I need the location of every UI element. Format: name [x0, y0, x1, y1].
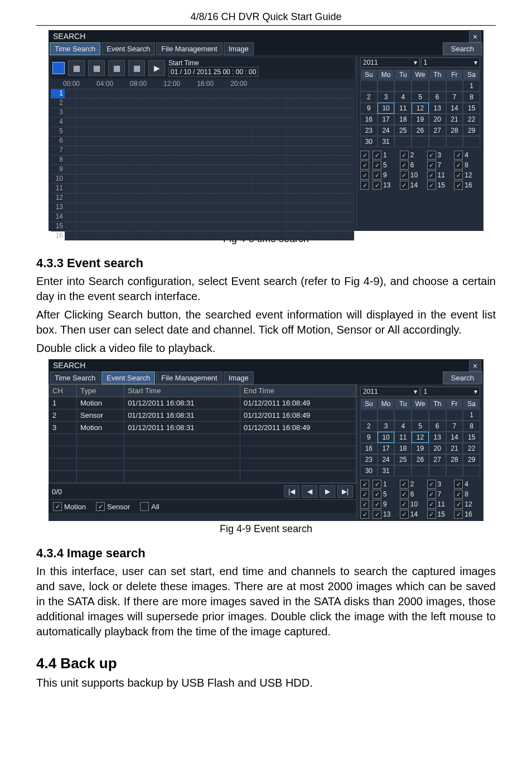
- year-select[interactable]: 2011▾: [360, 57, 420, 67]
- channel-all-checkbox[interactable]: [360, 151, 369, 160]
- col-end-time[interactable]: End Time: [240, 385, 356, 397]
- col-start-time[interactable]: Start Time: [124, 385, 240, 397]
- grid4-icon[interactable]: ▦: [68, 60, 85, 76]
- channel-all-checkbox[interactable]: [360, 480, 369, 489]
- tab-time-search[interactable]: Time Search: [50, 371, 100, 384]
- channel-checkbox[interactable]: [373, 161, 381, 170]
- channel-checkbox[interactable]: [454, 490, 463, 499]
- pager-prev-button[interactable]: ◀: [302, 485, 317, 498]
- calendar[interactable]: 1 2345678 9101112131415 16171819202122 2…: [360, 80, 480, 147]
- channel-checkbox[interactable]: [454, 181, 463, 190]
- row-num[interactable]: 9: [51, 165, 65, 174]
- channel-all-checkbox[interactable]: [360, 161, 369, 170]
- timeline-grid: 1 2 3 4 5 6 7 8 9 10 11 12 13 14 15 16: [51, 89, 354, 240]
- close-icon[interactable]: ×: [469, 31, 481, 42]
- row-num[interactable]: 4: [51, 118, 65, 127]
- channel-all-checkbox[interactable]: [360, 500, 369, 509]
- section-4-3-4-p: In this interface, user can set start, e…: [36, 564, 496, 639]
- channel-checkbox[interactable]: [400, 161, 409, 170]
- channel-checkbox[interactable]: [400, 480, 409, 489]
- channel-checkbox[interactable]: [427, 510, 436, 519]
- row-num[interactable]: 12: [51, 194, 65, 202]
- channel-checkbox[interactable]: [427, 151, 436, 160]
- close-icon[interactable]: ×: [469, 360, 481, 371]
- col-type[interactable]: Type: [76, 385, 124, 397]
- row-num[interactable]: 8: [51, 156, 65, 165]
- tab-image[interactable]: Image: [224, 371, 254, 384]
- tab-event-search[interactable]: Event Search: [101, 42, 155, 55]
- motion-checkbox[interactable]: [53, 502, 62, 511]
- pager-last-button[interactable]: ▶|: [337, 485, 353, 498]
- col-ch[interactable]: CH: [49, 385, 77, 397]
- time-search-window: SEARCH × Time Search Event Search File M…: [49, 30, 483, 231]
- channel-checkbox[interactable]: [427, 181, 436, 190]
- channel-all-checkbox[interactable]: [360, 181, 369, 190]
- channel-checkbox[interactable]: [400, 500, 409, 509]
- channel-checkbox[interactable]: [373, 171, 381, 180]
- calendar[interactable]: 1 2345678 9101112131415 16171819202122 2…: [360, 409, 480, 476]
- table-row[interactable]: 1 Motion 01/12/2011 16:08:31 01/12/2011 …: [49, 397, 356, 409]
- channel-checkbox[interactable]: [373, 500, 381, 509]
- search-button[interactable]: Search: [443, 42, 482, 55]
- channel-checkbox[interactable]: [373, 181, 381, 190]
- pager-first-button[interactable]: |◀: [284, 485, 299, 498]
- channel-all-checkbox[interactable]: [360, 510, 369, 519]
- all-checkbox[interactable]: [140, 502, 149, 511]
- channel-all-checkbox[interactable]: [360, 490, 369, 499]
- channel-checkbox[interactable]: [427, 171, 436, 180]
- row-num[interactable]: 1: [51, 89, 65, 98]
- channel-checkbox[interactable]: [400, 151, 409, 160]
- row-num[interactable]: 14: [51, 213, 65, 221]
- year-select[interactable]: 2011▾: [360, 387, 420, 397]
- start-time-field[interactable]: 01 / 10 / 2011 25 00 : 00 : 00: [168, 67, 258, 77]
- channel-checkbox[interactable]: [454, 500, 463, 509]
- search-button[interactable]: Search: [443, 371, 482, 384]
- channel-checkbox[interactable]: [373, 151, 381, 160]
- mode-icon[interactable]: [52, 62, 65, 74]
- play-icon[interactable]: ▶: [148, 60, 165, 76]
- month-select[interactable]: 1▾: [421, 387, 481, 397]
- channel-checkbox[interactable]: [400, 510, 409, 519]
- tab-time-search[interactable]: Time Search: [50, 42, 100, 55]
- row-num[interactable]: 16: [51, 231, 65, 240]
- row-num[interactable]: 13: [51, 203, 65, 212]
- channel-checkbox[interactable]: [373, 480, 381, 489]
- grid9-icon[interactable]: ▦: [108, 60, 125, 76]
- channel-checkbox[interactable]: [400, 181, 409, 190]
- row-num[interactable]: 15: [51, 222, 65, 231]
- row-num[interactable]: 3: [51, 108, 65, 117]
- grid6-icon[interactable]: ▦: [88, 60, 105, 76]
- channel-checkbox[interactable]: [400, 490, 409, 499]
- section-4-3-3-p2: After Clicking Search button, the search…: [36, 307, 496, 337]
- channel-checkbox[interactable]: [373, 510, 381, 519]
- pager-next-button[interactable]: ▶: [320, 485, 335, 498]
- row-num[interactable]: 11: [51, 184, 65, 193]
- row-num[interactable]: 10: [51, 175, 65, 184]
- row-num[interactable]: 7: [51, 146, 65, 155]
- grid16-icon[interactable]: ▦: [128, 60, 145, 76]
- month-select[interactable]: 1▾: [421, 57, 481, 67]
- tab-event-search[interactable]: Event Search: [101, 371, 155, 384]
- channel-checkbox[interactable]: [427, 161, 436, 170]
- tab-image[interactable]: Image: [224, 42, 254, 55]
- day-of-week-header: SuMoTuWeThFrSa: [360, 398, 480, 409]
- channel-checkbox[interactable]: [454, 161, 463, 170]
- channel-checkbox[interactable]: [454, 171, 463, 180]
- channel-checkbox[interactable]: [454, 151, 463, 160]
- table-row[interactable]: 3 Motion 01/12/2011 16:08:31 01/12/2011 …: [49, 422, 356, 434]
- channel-checkbox[interactable]: [454, 480, 463, 489]
- channel-checkbox[interactable]: [373, 490, 381, 499]
- row-num[interactable]: 2: [51, 99, 65, 108]
- row-num[interactable]: 6: [51, 137, 65, 146]
- channel-checkbox[interactable]: [427, 490, 436, 499]
- channel-all-checkbox[interactable]: [360, 171, 369, 180]
- row-num[interactable]: 5: [51, 127, 65, 136]
- channel-checkbox[interactable]: [427, 480, 436, 489]
- channel-checkbox[interactable]: [427, 500, 436, 509]
- sensor-checkbox[interactable]: [96, 502, 105, 511]
- tab-file-management[interactable]: File Management: [156, 371, 222, 384]
- table-row[interactable]: 2 Sensor 01/12/2011 16:08:31 01/12/2011 …: [49, 409, 356, 422]
- tab-file-management[interactable]: File Management: [156, 42, 222, 55]
- channel-checkbox[interactable]: [454, 510, 463, 519]
- channel-checkbox[interactable]: [400, 171, 409, 180]
